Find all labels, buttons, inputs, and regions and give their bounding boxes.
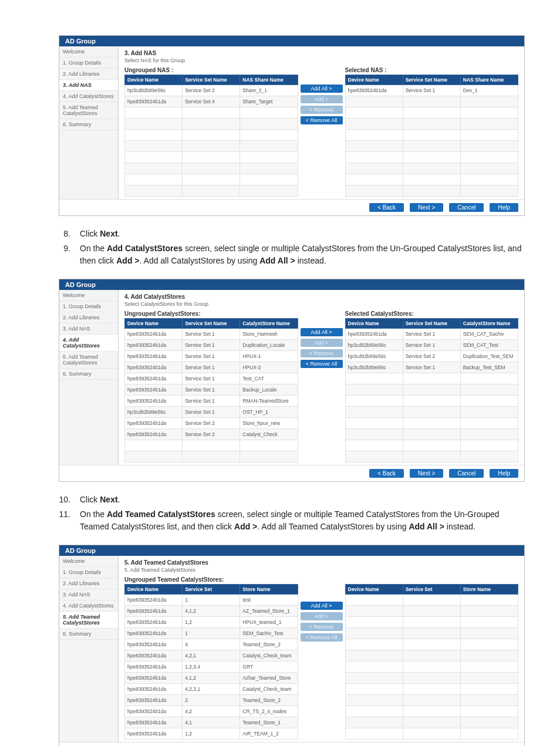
table-cell (403, 595, 460, 606)
step-welcome[interactable]: Welcome (59, 290, 118, 301)
step-add-teamed-catalyststores[interactable]: 5. Add Teamed CatalystStores (59, 612, 118, 629)
step-add-nas[interactable]: 3. Add NAS (59, 80, 118, 91)
table-row[interactable]: hpe8393524b1da1,2HPUX_teamed_1 (125, 617, 298, 628)
step-group-details[interactable]: 1. Group Details (59, 58, 118, 69)
remove-all-button[interactable]: < Remove All (301, 360, 343, 368)
step-add-teamed-catalyststores[interactable]: 5. Add Teamed CatalystStores (59, 102, 118, 119)
table-row[interactable]: hpe8393524b1da4,1,2AZ_Teamed_Store_1 (125, 606, 298, 617)
table-cell (403, 695, 460, 706)
add-all-button[interactable]: Add All > (301, 602, 343, 610)
col-catalyststore-name: CatalystStore Name (240, 319, 298, 329)
wizard-screenshot-teamed: AD Group Welcome 1. Group Details 2. Add… (59, 545, 525, 746)
step-welcome[interactable]: Welcome (59, 556, 118, 567)
selected-table[interactable]: Device Name Service Set Store Name (345, 584, 519, 740)
cancel-button[interactable]: Cancel (449, 203, 484, 212)
table-cell: 4,2 (183, 706, 240, 717)
table-row[interactable]: hpe8393524b1da4Teamed_Store_2 (125, 639, 298, 650)
table-row[interactable]: hpe8393524b1da4,1,2Azhar_Teamed_Store (125, 673, 298, 684)
add-all-button[interactable]: Add All > (301, 328, 343, 336)
table-row[interactable]: hpe8393524b1daService Set 1Store_Harmesh (125, 329, 298, 340)
table-row[interactable]: hpe8393524b1daService Set 2Catalyst_Chec… (125, 429, 298, 440)
table-cell (403, 684, 460, 695)
table-row[interactable]: hpe8393524b1daService Set 1Test_CAT (125, 373, 298, 384)
step-add-libraries[interactable]: 2. Add Libraries (59, 578, 118, 589)
remove-button[interactable]: < Remove (301, 349, 343, 357)
table-row[interactable]: hpe8393524b1da4,1Teamed_Store_1 (125, 717, 298, 728)
step-summary[interactable]: 6. Summary (59, 369, 118, 380)
add-button[interactable]: Add > (301, 339, 343, 347)
table-row[interactable]: hpe8393524b1da4,2CR_TS_2_4_nodes (125, 706, 298, 717)
step-group-details[interactable]: 1. Group Details (59, 567, 118, 578)
table-cell (403, 617, 460, 628)
table-cell: Teamed_Store_2 (240, 695, 298, 706)
add-all-button[interactable]: Add All > (301, 85, 343, 93)
step-summary[interactable]: 6. Summary (59, 119, 118, 130)
table-row[interactable]: hp3cd92b89e56cService Set 1OST_HP_1 (125, 407, 298, 418)
table-row[interactable]: hpe8393524b1da1SEM_Sachiv_Test (125, 628, 298, 639)
table-cell: Catalyst_Check (240, 429, 298, 440)
table-row[interactable]: hpe8393524b1daService Set 1HPUX-2 (125, 362, 298, 373)
table-cell: Backup_Locale (240, 384, 298, 396)
step-add-libraries[interactable]: 2. Add Libraries (59, 69, 118, 80)
step-add-nas[interactable]: 3. Add NAS (59, 589, 118, 600)
add-button[interactable]: Add > (301, 95, 343, 103)
step-text: On the Add Teamed CatalystStores screen,… (80, 508, 525, 533)
step-add-libraries[interactable]: 2. Add Libraries (59, 312, 118, 323)
table-cell (460, 639, 518, 650)
remove-button[interactable]: < Remove (301, 106, 343, 114)
ungrouped-table[interactable]: Device Name Service Set Name CatalystSto… (124, 318, 298, 463)
table-row[interactable]: hpe8393524b1da1test (125, 595, 298, 606)
step-add-nas[interactable]: 3. Add NAS (59, 323, 118, 335)
table-row[interactable]: hpe8393524b1da4,2,1Catalyst_Check_team (125, 650, 298, 661)
ungrouped-label: Ungrouped NAS : (124, 67, 298, 73)
table-row[interactable]: hpe8393524b1daService Set 1RMAN-TeamedSt… (125, 396, 298, 407)
table-cell (460, 617, 518, 628)
table-row[interactable]: hpe8393524b1daService Set 1HPUX-1 (125, 351, 298, 362)
step-add-catalyststores[interactable]: 4. Add CatalystStores (59, 335, 118, 352)
step-group-details[interactable]: 1. Group Details (59, 301, 118, 312)
table-row[interactable]: hpe8393524b1da1,2AIR_TEAM_1_2 (125, 728, 298, 740)
table-row[interactable]: hp3cd92b89e56cService Set 2Duplication_T… (345, 351, 518, 362)
table-cell (240, 451, 298, 463)
table-row[interactable]: hp3cd92b89e56cService Set 1Backup_Test_S… (345, 362, 518, 373)
text: . (118, 229, 120, 238)
step-add-teamed-catalyststores[interactable]: 5. Add Teamed CatalystStores (59, 352, 118, 369)
table-row[interactable]: hpe8393524b1da4,2,3,1Catalyst_Check_team (125, 684, 298, 695)
step-add-catalyststores[interactable]: 4. Add CatalystStores (59, 91, 118, 102)
table-row[interactable]: hpe8393524b1daService Set 1Backup_Locale (125, 384, 298, 396)
step-summary[interactable]: 6. Summary (59, 629, 118, 640)
help-button[interactable]: Help (490, 203, 518, 212)
back-button[interactable]: < Back (369, 469, 404, 478)
table-cell: 2 (183, 695, 240, 706)
table-row[interactable]: hpe8393524b1daService Set 2Store_hpux_ne… (125, 418, 298, 429)
selected-table[interactable]: Device Name Service Set Name NAS Share N… (345, 75, 519, 197)
ungrouped-table[interactable]: Device Name Service Set Name NAS Share N… (124, 75, 298, 197)
table-cell (125, 107, 183, 119)
table-row[interactable]: hpe8393524b1daService Set 1Dev_1 (345, 85, 518, 96)
next-button[interactable]: Next > (410, 203, 443, 212)
table-row[interactable]: hpe8393524b1da1,2,3,4GRT (125, 661, 298, 673)
table-row-empty (125, 185, 298, 197)
selected-table[interactable]: Device Name Service Set Name CatalystSto… (345, 318, 519, 463)
back-button[interactable]: < Back (369, 203, 404, 212)
step-welcome[interactable]: Welcome (59, 46, 118, 58)
table-row[interactable]: hpe8393524b1daService Set 4Share_Target (125, 96, 298, 107)
table-row[interactable]: hp3cd92b89e56cService Set 2Share_2_1 (125, 85, 298, 96)
cancel-button[interactable]: Cancel (449, 469, 484, 478)
table-row[interactable]: hpe8393524b1daService Set 1SEM_CAT_Sachi… (345, 329, 518, 340)
remove-all-button[interactable]: < Remove All (301, 116, 343, 124)
remove-all-button[interactable]: < Remove All (301, 633, 343, 642)
add-button[interactable]: Add > (301, 612, 343, 620)
table-row[interactable]: hp3cd92b89e56cService Set 1SEM_CAT_Test (345, 340, 518, 351)
help-button[interactable]: Help (490, 469, 518, 478)
text: . Add all Teamed CatalystStores by using (257, 522, 409, 531)
table-row[interactable]: hpe8393524b1daService Set 1Duplication_L… (125, 340, 298, 351)
next-button[interactable]: Next > (410, 469, 443, 478)
table-cell (125, 141, 183, 152)
ungrouped-table[interactable]: Device Name Service Set Store Name hpe83… (124, 584, 298, 740)
remove-button[interactable]: < Remove (301, 623, 343, 631)
bold-text: Next (100, 229, 117, 238)
table-cell (240, 440, 298, 451)
table-row[interactable]: hpe8393524b1da2Teamed_Store_2 (125, 695, 298, 706)
step-add-catalyststores[interactable]: 4. Add CatalystStores (59, 600, 118, 612)
